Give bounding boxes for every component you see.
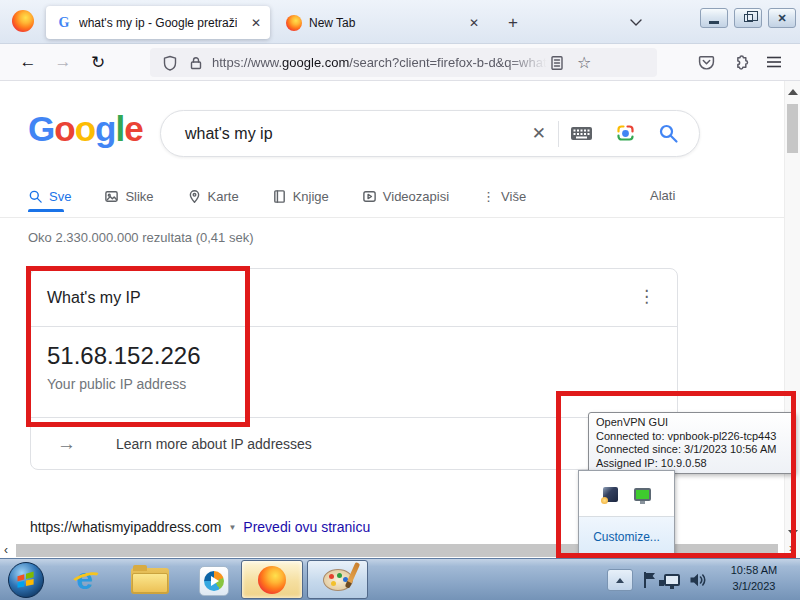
tab-title: New Tab (309, 16, 467, 30)
start-button[interactable] (7, 561, 45, 599)
images-icon (104, 189, 119, 204)
bookmark-star-icon[interactable]: ☆ (577, 53, 591, 72)
map-pin-icon (187, 189, 202, 204)
page-content: Google what's my ip ✕ Sve (0, 81, 800, 558)
network-icon[interactable] (662, 570, 682, 590)
taskbar-clock[interactable]: 10:58 AM 3/1/2023 (712, 562, 796, 594)
arrow-right-icon: → (57, 433, 76, 455)
reload-button[interactable]: ↻ (84, 48, 112, 76)
reader-mode-icon[interactable] (549, 55, 565, 71)
tab-slike[interactable]: Slike (104, 189, 153, 204)
result-url[interactable]: https://whatismyipaddress.com (30, 519, 221, 535)
lock-icon[interactable] (188, 55, 204, 71)
tab-new-tab[interactable]: New Tab ✕ (276, 6, 488, 39)
vertical-scroll-thumb[interactable] (787, 104, 798, 153)
url-text: https://www.google.com/search?client=fir… (212, 55, 547, 70)
taskbar-firefox-active[interactable] (241, 560, 303, 599)
search-result: https://whatismyipaddress.com ▼ Prevedi … (30, 519, 370, 535)
tab-knjige[interactable]: Knjige (272, 189, 329, 204)
desktop: G what's my ip - Google pretraživa ✕ New… (0, 0, 800, 600)
keyboard-icon[interactable] (559, 125, 604, 142)
translate-page-link[interactable]: Prevedi ovu stranicu (243, 519, 370, 535)
url-input[interactable]: https://www.google.com/search?client=fir… (150, 48, 657, 77)
taskbar: e 10:58 AM 3/1/2023 (0, 558, 800, 600)
learn-more-link[interactable]: Learn more about IP addresses (116, 436, 312, 452)
new-tab-button[interactable]: + (502, 12, 524, 34)
paint-palette-icon (323, 569, 353, 591)
pocket-icon[interactable] (692, 48, 720, 76)
search-category-tabs: Sve Slike Karte Knjige Videozapisi (28, 184, 526, 208)
google-favicon: G (56, 15, 72, 31)
taskbar-explorer[interactable] (130, 565, 170, 597)
tab-videozapisi[interactable]: Videozapisi (362, 189, 449, 204)
forward-button[interactable]: → (49, 48, 77, 76)
caret-down-icon[interactable]: ▼ (228, 523, 236, 532)
search-box[interactable]: what's my ip ✕ (160, 110, 700, 157)
scroll-left-icon[interactable]: ‹ (4, 543, 8, 557)
tab-google-search[interactable]: G what's my ip - Google pretraživa ✕ (46, 6, 270, 39)
search-icon (28, 189, 43, 204)
action-center-flag-icon[interactable] (640, 570, 660, 590)
taskbar-internet-explorer[interactable]: e (68, 565, 108, 597)
more-dots-icon: ⋮ (482, 189, 495, 204)
tab-sve[interactable]: Sve (28, 189, 71, 204)
tab-vise[interactable]: ⋮ Više (482, 189, 526, 204)
window-controls: ✕ (700, 8, 796, 28)
speaker-icon[interactable] (688, 570, 708, 590)
results-stats: Oko 2.330.000.000 rezultata (0,41 sek) (28, 230, 253, 245)
close-button[interactable]: ✕ (768, 8, 796, 28)
book-icon (272, 189, 287, 204)
clear-search-icon[interactable]: ✕ (520, 123, 558, 144)
scroll-up-icon[interactable] (788, 89, 798, 95)
tab-close-icon[interactable]: ✕ (251, 16, 261, 30)
extensions-puzzle-icon[interactable] (726, 48, 754, 76)
tab-list-chevron-icon[interactable] (628, 14, 648, 32)
tab-strip: G what's my ip - Google pretraživa ✕ New… (0, 0, 800, 44)
minimize-button[interactable] (700, 8, 728, 28)
tab-close-icon[interactable]: ✕ (469, 16, 479, 30)
navigation-toolbar: ← → ↻ https://www.google.com/search?clie… (0, 44, 800, 81)
firefox-window: G what's my ip - Google pretraživa ✕ New… (0, 0, 800, 558)
annotation-rect-openvpn (556, 391, 796, 558)
tab-title: what's my ip - Google pretraživa (79, 16, 237, 30)
search-submit-icon[interactable] (647, 123, 699, 144)
clock-time: 10:58 AM (712, 562, 796, 578)
restore-button[interactable] (734, 8, 762, 28)
tab-karte[interactable]: Karte (187, 189, 239, 204)
video-icon (362, 189, 377, 204)
taskbar-paint-active[interactable] (307, 560, 368, 599)
firefox-icon (258, 566, 286, 594)
active-tab-underline (28, 209, 64, 212)
annotation-rect-ip-card (26, 266, 250, 427)
google-lens-icon[interactable] (604, 123, 647, 144)
firefox-app-icon (12, 10, 34, 32)
clock-date: 3/1/2023 (712, 578, 796, 594)
search-input[interactable]: what's my ip (185, 125, 520, 143)
card-menu-icon[interactable]: ⋮ (638, 286, 655, 307)
shield-icon[interactable] (162, 55, 178, 71)
taskbar-media-player[interactable] (194, 565, 234, 597)
back-button[interactable]: ← (14, 48, 42, 76)
tabs-divider (0, 217, 784, 218)
tools-button[interactable]: Alati (650, 188, 675, 203)
google-logo: Google (28, 109, 143, 149)
show-hidden-icons-button[interactable] (607, 569, 633, 591)
firefox-favicon (286, 15, 302, 31)
hamburger-menu-icon[interactable] (760, 48, 788, 76)
